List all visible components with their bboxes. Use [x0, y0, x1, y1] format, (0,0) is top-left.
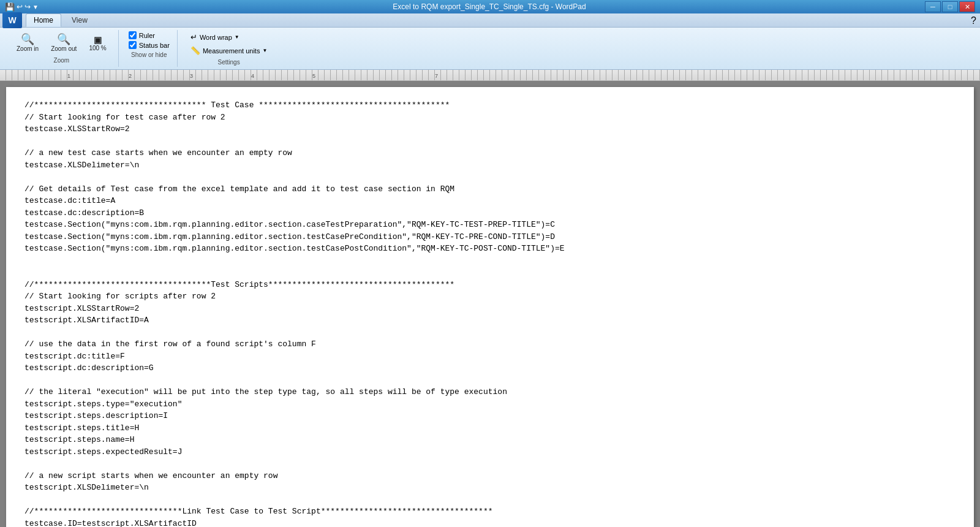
zoom-100-icon: ▣	[94, 35, 102, 45]
quick-access-undo[interactable]: ↩	[17, 2, 23, 11]
ruler-checkbox[interactable]: Ruler	[129, 31, 170, 39]
show-hide-group: Ruler Status bar Show or hide	[121, 30, 178, 67]
ribbon-help[interactable]: ?	[971, 15, 976, 26]
ribbon: W Home View ? 🔍 Zoom in 🔍 Zoom out ▣	[0, 13, 980, 70]
document-content[interactable]: //************************************ T…	[24, 99, 956, 527]
document-area[interactable]: //************************************ T…	[0, 81, 980, 527]
zoom-100-button[interactable]: ▣ 100 %	[85, 32, 110, 54]
close-button[interactable]: ✕	[959, 1, 975, 12]
svg-text:4: 4	[251, 73, 254, 79]
office-button[interactable]: W	[2, 12, 22, 28]
svg-text:5: 5	[312, 73, 315, 79]
measurement-dropdown[interactable]: 📏 Measurement units ▼	[187, 45, 270, 56]
ruler-marks: 1 2 3 4 5 7	[0, 70, 980, 81]
zoom-group: 🔍 Zoom in 🔍 Zoom out ▣ 100 % Zoom	[5, 30, 119, 67]
svg-text:2: 2	[129, 73, 132, 79]
svg-text:3: 3	[190, 73, 193, 79]
tab-bar: W Home View ?	[0, 13, 980, 27]
zoom-in-icon: 🔍	[21, 34, 34, 45]
status-bar-checkbox[interactable]: Status bar	[129, 41, 170, 49]
minimize-button[interactable]: ─	[925, 1, 941, 12]
settings-group: ↵ Word wrap ▼ 📏 Measurement units ▼ Sett…	[180, 30, 277, 67]
maximize-button[interactable]: □	[942, 1, 958, 12]
word-wrap-icon: ↵	[190, 32, 197, 42]
zoom-in-button[interactable]: 🔍 Zoom in	[12, 31, 43, 55]
quick-access-more[interactable]: ▼	[32, 4, 39, 10]
word-wrap-arrow-icon: ▼	[235, 34, 239, 40]
ruler-checkbox-input[interactable]	[129, 31, 137, 39]
status-bar-checkbox-input[interactable]	[129, 41, 137, 49]
svg-text:7: 7	[435, 73, 438, 79]
tab-view[interactable]: View	[64, 13, 96, 27]
word-wrap-dropdown[interactable]: ↵ Word wrap ▼	[187, 31, 270, 43]
window-title: Excel to RQM export_Single_TC_Single_TS.…	[54, 2, 925, 11]
measurement-icon: 📏	[190, 46, 200, 55]
quick-access-save[interactable]: 💾	[5, 2, 15, 12]
measurement-arrow-icon: ▼	[262, 48, 267, 53]
zoom-out-button[interactable]: 🔍 Zoom out	[47, 31, 81, 55]
svg-text:1: 1	[67, 73, 70, 79]
show-hide-checkboxes: Ruler Status bar	[129, 31, 170, 49]
ruler: 1 2 3 4 5 7	[0, 70, 980, 81]
document-page: //************************************ T…	[6, 87, 974, 527]
zoom-out-icon: 🔍	[57, 34, 70, 45]
quick-access-redo[interactable]: ↪	[24, 2, 31, 11]
ribbon-content: 🔍 Zoom in 🔍 Zoom out ▣ 100 % Zoom	[0, 27, 980, 69]
settings-dropdowns: ↵ Word wrap ▼ 📏 Measurement units ▼	[187, 31, 270, 56]
tab-home[interactable]: Home	[26, 13, 61, 27]
title-bar: 💾 ↩ ↪ ▼ Excel to RQM export_Single_TC_Si…	[0, 0, 980, 13]
